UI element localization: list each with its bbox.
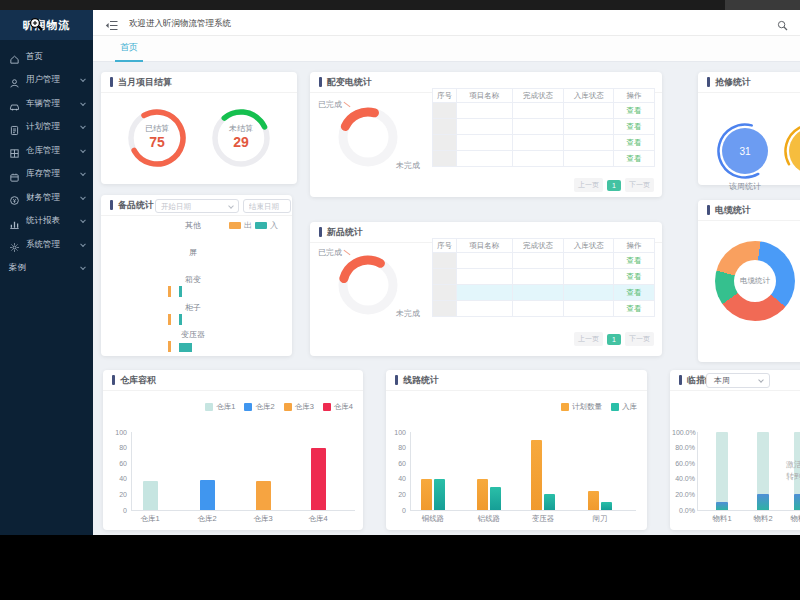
sidebar-item-plans[interactable]: 计划管理 — [0, 116, 93, 140]
table-header-row: 序号项目名称完成状态入库状态操作 — [433, 89, 655, 103]
table-cell — [457, 103, 513, 119]
chevron-down-icon — [80, 147, 86, 153]
chevron-down-icon — [80, 241, 86, 247]
chart-legend: 计划数量入库 — [386, 402, 637, 412]
chevron-down-icon — [80, 194, 86, 200]
prev-page-button[interactable]: 上一页 — [574, 332, 603, 346]
search-icon[interactable] — [777, 17, 788, 35]
title-mark — [707, 77, 710, 87]
y-axis-tick: 20 — [388, 491, 406, 498]
spare-bar-out — [168, 286, 171, 297]
spare-bars — [168, 313, 182, 325]
chevron-down-icon — [80, 124, 86, 130]
sidebar-item-warehouse[interactable]: 仓库管理 — [0, 139, 93, 163]
x-axis-label: 物料3 — [778, 514, 800, 524]
x-axis-line — [697, 510, 800, 511]
table-header-cell: 序号 — [433, 89, 457, 103]
system-icon — [9, 239, 20, 250]
sidebar: 昕润物流 首页用户管理车辆管理计划管理仓库管理库存管理财务管理统计报表系统管理案… — [0, 10, 93, 535]
spare-bar-out — [168, 341, 171, 352]
sidebar-item-label: 财务管理 — [26, 192, 60, 204]
x-axis-label: 仓库1 — [128, 514, 172, 524]
x-axis-label: 闸刀 — [578, 514, 622, 524]
spare-chart: 其他屏箱变柜子变压器 — [101, 217, 292, 353]
spare-category-label: 变压器 — [167, 329, 219, 340]
legend-label: 仓库2 — [255, 402, 274, 412]
table-cell — [433, 301, 457, 317]
x-axis-line — [131, 510, 355, 511]
ring-label: 已结算 — [127, 123, 187, 134]
sidebar-item-inventory[interactable]: 库存管理 — [0, 163, 93, 187]
table-row: 查看 — [433, 253, 655, 269]
sidebar-item-reports[interactable]: 统计报表 — [0, 210, 93, 234]
warehouse-icon — [9, 145, 20, 156]
plan-icon — [9, 122, 20, 133]
prev-page-button[interactable]: 上一页 — [574, 178, 603, 192]
spare-category-label: 屏 — [167, 247, 219, 258]
current-page-button[interactable]: 1 — [607, 334, 621, 345]
view-link[interactable]: 查看 — [627, 122, 642, 132]
table-header-cell: 序号 — [433, 239, 457, 253]
bar — [531, 440, 542, 510]
cable-donut-center: 电缆统计 — [734, 260, 776, 302]
title-mark — [707, 205, 710, 215]
sidebar-item-label: 用户管理 — [26, 74, 60, 86]
view-link[interactable]: 查看 — [627, 304, 642, 314]
windows-activation-watermark: 激活 Windows 转到“设置”以激活 Windows。 — [786, 459, 800, 483]
browser-chrome-strip-light — [725, 0, 800, 10]
table-cell — [433, 135, 457, 151]
spare-bar-in — [179, 343, 192, 352]
table-cell — [513, 269, 565, 285]
table-cell — [513, 151, 565, 167]
sidebar-item-label: 车辆管理 — [26, 98, 60, 110]
table-row: 查看 — [433, 119, 655, 135]
view-link[interactable]: 查看 — [627, 272, 642, 282]
current-page-button[interactable]: 1 — [607, 180, 621, 191]
sidebar-item-home[interactable]: 首页 — [0, 45, 93, 69]
repair-circle-label: 该周统计 — [712, 181, 778, 192]
card-repair-header: 抢修统计 — [698, 72, 800, 93]
start-date-input[interactable] — [155, 199, 239, 213]
x-axis-line — [410, 510, 636, 511]
next-page-button[interactable]: 下一页 — [625, 178, 654, 192]
table-header-row: 序号项目名称完成状态入库状态操作 — [433, 239, 655, 253]
legend-swatch — [323, 403, 331, 411]
sidebar-item-finance[interactable]: 财务管理 — [0, 186, 93, 210]
chart-legend: 仓库1仓库2仓库3仓库4 — [103, 402, 353, 412]
legend-swatch — [284, 403, 292, 411]
table-cell — [513, 119, 565, 135]
ring-value: 75 — [127, 134, 187, 150]
table-cell: 查看 — [614, 135, 655, 151]
view-link[interactable]: 查看 — [627, 106, 642, 116]
y-axis-tick: 20 — [105, 491, 127, 498]
spare-bars — [168, 285, 182, 297]
legend-swatch — [611, 403, 619, 411]
sidebar-item-users[interactable]: 用户管理 — [0, 69, 93, 93]
table-cell — [513, 253, 565, 269]
card-title: 配变电统计 — [327, 76, 372, 89]
bar — [601, 502, 612, 510]
spare-bar-in — [179, 314, 182, 325]
y-axis-tick: 100 — [388, 429, 406, 436]
bar-fill — [757, 494, 769, 510]
sidebar-item-vehicles[interactable]: 车辆管理 — [0, 92, 93, 116]
table-cell: 查看 — [614, 103, 655, 119]
y-axis-tick: 40 — [388, 475, 406, 482]
view-link[interactable]: 查看 — [627, 288, 642, 298]
sidebar-item-cases[interactable]: 案例 — [0, 257, 93, 281]
view-link[interactable]: 查看 — [627, 138, 642, 148]
sidebar-item-system[interactable]: 系统管理 — [0, 233, 93, 257]
card-power-distribution: 配变电统计 已完成 未完成 序号项目名称完成状态入库状态操作查看查看查看查看 上… — [310, 72, 662, 197]
ring-label: 未结算 — [211, 123, 271, 134]
table-cell — [457, 119, 513, 135]
table-cell — [433, 103, 457, 119]
next-page-button[interactable]: 下一页 — [625, 332, 654, 346]
card-cable: 电缆统计 电缆统计 — [698, 200, 800, 362]
view-link[interactable]: 查看 — [627, 154, 642, 164]
view-link[interactable]: 查看 — [627, 256, 642, 266]
collapse-menu-icon[interactable] — [105, 17, 118, 35]
pagination: 上一页 1 下一页 — [574, 332, 654, 346]
tab-home[interactable]: 首页 — [115, 35, 143, 62]
end-date-input[interactable] — [243, 199, 291, 213]
spare-bar-in — [179, 286, 182, 297]
